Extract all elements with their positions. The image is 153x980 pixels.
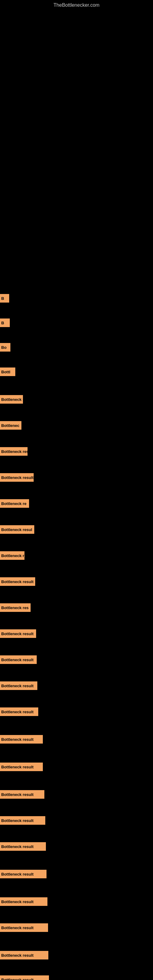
bottleneck-bar-container: Bottleneck result (0, 655, 37, 664)
bottleneck-result-bar: Bottleneck re (0, 499, 29, 508)
bottleneck-result-bar: Bottleneck result (0, 577, 35, 586)
bottleneck-result-bar: Bottleneck result (0, 951, 48, 959)
bottleneck-bar-container: Bottleneck result (0, 629, 36, 638)
bottleneck-result-bar: Bo (0, 343, 10, 352)
bottleneck-bar-container: Bo (0, 343, 10, 352)
bottleneck-bar-container: Bottleneck result (0, 735, 43, 744)
bottleneck-bar-container: Bottleneck r (0, 395, 23, 404)
site-title: TheBottlenecker.com (0, 0, 153, 9)
bottleneck-result-bar: B (0, 294, 9, 302)
bottleneck-bar-container: Bottleneck result (0, 681, 37, 690)
bottleneck-bar-container: Bottleneck result (0, 923, 48, 932)
bottleneck-result-bar: Bottleneck result (0, 762, 43, 771)
bottleneck-bar-container: B (0, 294, 9, 302)
bottleneck-bar-container: Bottleneck res (0, 447, 27, 456)
bottleneck-result-bar: Bottleneck result (0, 975, 49, 980)
bottleneck-bar-container: Bottleneck result (0, 577, 35, 586)
bottleneck-bar-container: Bottl (0, 368, 15, 376)
bottleneck-bar-container: Bottleneck result (0, 975, 49, 980)
bottleneck-result-bar: Bottl (0, 368, 15, 376)
bottleneck-result-bar: Bottleneck result (0, 816, 45, 825)
bottleneck-bar-container: Bottleneck re (0, 499, 29, 508)
bottleneck-result-bar: Bottlenec (0, 421, 21, 430)
bottleneck-bar-container: Bottleneck r (0, 551, 24, 560)
bottleneck-result-bar: Bottleneck result (0, 842, 46, 851)
bottleneck-result-bar: Bottleneck result (0, 655, 37, 664)
bottleneck-bar-container: Bottleneck result (0, 816, 45, 825)
bottleneck-result-bar: Bottleneck result (0, 870, 46, 878)
bottleneck-bar-container: Bottleneck result (0, 842, 46, 851)
bottleneck-bar-container: Bottleneck result (0, 951, 48, 959)
bottleneck-bar-container: Bottleneck result (0, 762, 43, 771)
bottleneck-bar-container: Bottleneck result (0, 473, 33, 482)
bottleneck-result-bar: Bottleneck res (0, 447, 27, 456)
bottleneck-result-bar: B (0, 318, 10, 327)
bottleneck-result-bar: Bottleneck result (0, 897, 48, 906)
bottleneck-result-bar: Bottleneck r (0, 551, 24, 560)
bottleneck-result-bar: Bottleneck result (0, 473, 33, 482)
bottleneck-result-bar: Bottleneck resul (0, 525, 34, 534)
bottleneck-result-bar: Bottleneck result (0, 790, 45, 799)
bottleneck-result-bar: Bottleneck result (0, 629, 36, 638)
bottleneck-result-bar: Bottleneck result (0, 735, 43, 744)
bottleneck-bar-container: B (0, 318, 10, 327)
bottleneck-result-bar: Bottleneck result (0, 708, 38, 716)
bottleneck-bar-container: Bottlenec (0, 421, 21, 430)
bottleneck-result-bar: Bottleneck res (0, 603, 30, 612)
bottleneck-bar-container: Bottleneck resul (0, 525, 34, 534)
bottleneck-bar-container: Bottleneck result (0, 870, 46, 878)
bottleneck-bar-container: Bottleneck result (0, 790, 45, 799)
bottleneck-bar-container: Bottleneck result (0, 897, 48, 906)
bottleneck-result-bar: Bottleneck r (0, 395, 23, 404)
bottleneck-result-bar: Bottleneck result (0, 681, 37, 690)
bottleneck-result-bar: Bottleneck result (0, 923, 48, 932)
bottleneck-bar-container: Bottleneck result (0, 708, 38, 716)
bottleneck-bar-container: Bottleneck res (0, 603, 30, 612)
